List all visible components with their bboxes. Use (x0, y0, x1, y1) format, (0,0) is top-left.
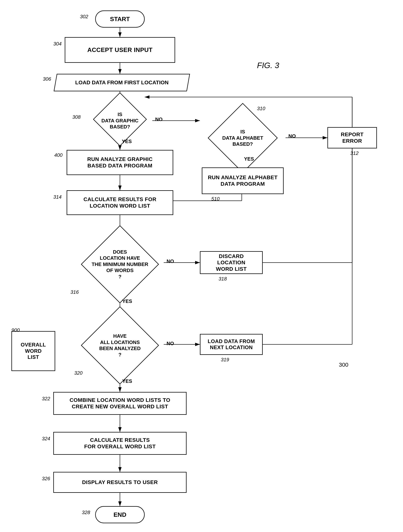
discard-node: DISCARD LOCATION WORD LIST (200, 251, 263, 274)
overall-word-list-node: OVERALL WORD LIST (11, 331, 55, 371)
load-next-node: LOAD DATA FROM NEXT LOCATION (200, 334, 263, 355)
graphic-no-label: NO (155, 116, 163, 122)
min-words-diamond-wrap: DOES LOCATION HAVE THE MINIMUM NUMBER OF… (74, 232, 166, 297)
calc-location-ref: 314 (53, 194, 62, 200)
figure-label: FIG. 3 (257, 61, 279, 70)
run-graphic-ref: 400 (54, 152, 63, 158)
load-first-ref: 306 (43, 76, 51, 82)
start-ref: 302 (80, 14, 88, 19)
alphabet-yes-label: YES (244, 156, 254, 162)
figure-number-label: 300 (339, 361, 348, 368)
all-yes-label: YES (122, 378, 132, 384)
alphabet-no-label: NO (288, 133, 296, 139)
run-alphabet-ref: 510 (211, 196, 219, 202)
calc-overall-ref: 324 (42, 436, 50, 442)
all-no-label: NO (166, 341, 174, 347)
is-graphic-ref: 308 (72, 114, 81, 120)
load-first-label: LOAD DATA FROM FIRST LOCATION (75, 79, 168, 86)
end-node: END (95, 506, 145, 523)
report-error-ref: 312 (350, 150, 358, 156)
load-first-wrap: LOAD DATA FROM FIRST LOCATION (55, 74, 188, 91)
start-node: START (95, 11, 145, 28)
is-alphabet-diamond-wrap: IS DATA ALPHABET BASED? (200, 107, 286, 169)
run-alphabet-node: RUN ANALYZE ALPHABET DATA PROGRAM (202, 167, 284, 194)
all-analyzed-ref: 320 (74, 370, 83, 376)
report-error-node: REPORT ERROR (327, 127, 377, 148)
display-node: DISPLAY RESULTS TO USER (53, 472, 186, 493)
min-words-ref: 316 (70, 289, 79, 295)
flowchart-diagram: FIG. 3 300 START 302 ACCEPT USER INPUT 3… (0, 0, 403, 532)
overall-word-list-ref: 900 (11, 327, 19, 333)
end-ref: 328 (82, 510, 90, 515)
calc-overall-node: CALCULATE RESULTS FOR OVERALL WORD LIST (53, 432, 186, 455)
min-no-label: NO (166, 258, 174, 264)
is-alphabet-ref: 310 (257, 106, 265, 112)
graphic-yes-label: YES (122, 139, 132, 144)
min-yes-label: YES (122, 298, 132, 304)
run-graphic-node: RUN ANALYZE GRAPHIC BASED DATA PROGRAM (67, 150, 173, 175)
accept-input-node: ACCEPT USER INPUT (65, 37, 175, 63)
discard-ref: 318 (218, 276, 227, 282)
combine-ref: 322 (42, 396, 50, 402)
combine-node: COMBINE LOCATION WORD LISTS TO CREATE NE… (53, 392, 186, 415)
calc-location-node: CALCULATE RESULTS FOR LOCATION WORD LIST (67, 190, 173, 215)
display-ref: 326 (42, 476, 50, 481)
load-next-ref: 319 (221, 357, 229, 363)
all-analyzed-diamond-wrap: HAVE ALL LOCATIONS BEEN ANALYZED ? (74, 314, 166, 377)
is-graphic-diamond-wrap: IS DATA GRAPHIC BASED? (84, 104, 156, 137)
accept-input-ref: 304 (53, 41, 62, 47)
